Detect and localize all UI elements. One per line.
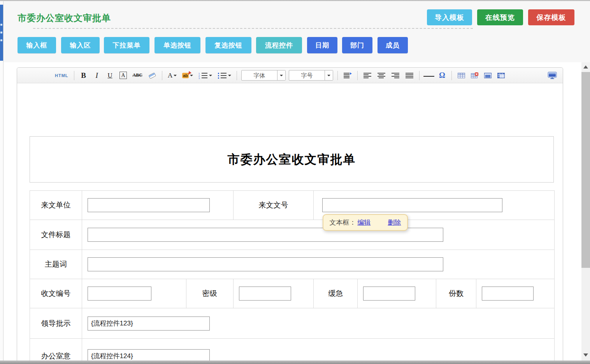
header: 市委办公室收文审批单 导入模板 在线预览 保存模板 输入框 输入区 下拉菜单 单… [3,1,590,62]
caret-down-icon [327,75,330,76]
leader-comments-input[interactable] [88,317,210,331]
align-right-button[interactable] [390,70,401,81]
toolbar-separator [337,71,338,80]
page-title: 市委办公室收文审批单 [18,12,111,24]
table-row: 文件标题 [30,220,555,250]
horizontal-rule-icon: — [423,74,434,77]
html-source-icon: HTML [55,73,68,78]
label-leader-comments: 领导批示 [30,308,82,339]
align-left-button[interactable] [362,70,373,81]
online-preview-button[interactable]: 在线预览 [477,9,523,25]
toolbox-textarea-button[interactable]: 输入区 [61,37,100,53]
horizontal-rule-button[interactable]: — [424,70,434,81]
scrollbar-thumb[interactable] [581,72,590,268]
font-size-arrow-button[interactable] [325,70,333,80]
toolbox-dropdown-button[interactable]: 下拉菜单 [104,37,149,53]
caret-down-icon [174,75,177,76]
label-copies: 份数 [436,279,476,308]
window-bottom-edge [0,360,590,364]
toolbox-date-button[interactable]: 日期 [307,37,337,53]
document-title-block[interactable]: 市委办公室收文审批单 [30,136,554,183]
toolbar-separator [162,71,162,80]
cell-urgency [358,279,436,308]
toolbox-department-button[interactable]: 部门 [342,37,372,53]
toolbar-separator [451,71,452,80]
indent-button[interactable] [342,70,353,81]
table-cell-props-icon [484,72,492,79]
font-family-arrow-button[interactable] [277,70,285,80]
document-number-input[interactable] [322,198,502,212]
insert-table-button[interactable] [456,70,466,81]
editor-canvas[interactable]: 市委办公室收文审批单 来文单位 来文文号 文件标题 [17,83,563,364]
html-source-button[interactable]: HTML [54,70,70,81]
urgency-input[interactable] [363,287,415,301]
ordered-list-button[interactable]: 1 2 3 [197,70,213,81]
align-center-button[interactable] [376,70,387,81]
unordered-list-icon [218,72,227,79]
cell-subject-words [82,250,555,279]
tooltip-label: 文本框： [330,218,356,227]
scroll-up-arrow-icon[interactable] [583,65,588,69]
receipt-number-input[interactable] [88,287,151,301]
tooltip-delete-link[interactable]: 删除 [388,218,401,227]
toolbar-separator [237,71,237,80]
table-row: 收文编号 密级 缓急 份数 [30,279,555,308]
align-justify-button[interactable] [404,70,415,81]
unordered-list-button[interactable] [216,70,232,81]
cell-document-title [82,220,555,250]
vertical-scrollbar[interactable] [581,62,590,360]
char-style-button[interactable]: A [118,70,128,81]
background-window-glyph [0,24,2,26]
indent-icon [343,72,352,79]
special-char-button[interactable]: Ω [437,70,447,81]
save-template-button[interactable]: 保存模板 [528,9,574,25]
highlight-color-button[interactable]: ab [181,70,194,81]
toolbox-member-button[interactable]: 成员 [378,37,408,53]
toolbox-radio-button[interactable]: 单选按钮 [155,37,200,53]
table-props-icon [497,72,505,79]
cell-receipt-number [82,279,186,308]
caret-down-icon [209,75,212,76]
background-window-glyph [0,39,2,41]
scroll-down-arrow-icon[interactable] [583,353,588,357]
tooltip-edit-link[interactable]: 编辑 [358,218,371,227]
font-family-select[interactable]: 字体 [241,70,286,81]
import-template-button[interactable]: 导入模板 [427,9,472,25]
background-window-strip [0,1,4,364]
eraser-icon [148,72,156,79]
underline-icon: U [107,72,112,79]
copies-input[interactable] [482,287,534,301]
underline-button[interactable]: U [105,70,115,81]
align-left-icon [363,72,372,79]
delete-table-button[interactable] [469,70,479,81]
page: 市委办公室收文审批单 导入模板 在线预览 保存模板 输入框 输入区 下拉菜单 单… [0,0,590,364]
table-row: 主题词 [30,250,555,279]
fullscreen-monitor-icon [548,72,557,79]
insert-table-icon [458,72,465,79]
document-title: 市委办公室收文审批单 [228,151,356,168]
table-cell-props-button[interactable] [483,70,493,81]
font-color-button[interactable]: A [167,70,178,81]
caret-down-icon [228,75,231,76]
strikethrough-button[interactable]: ABC [132,70,144,81]
label-subject-words: 主题词 [30,250,82,279]
omega-icon: Ω [439,71,445,80]
italic-button[interactable]: I [92,70,102,81]
bold-button[interactable]: B [79,70,89,81]
label-receipt-number: 收文编号 [30,279,82,308]
toolbox-checkbox-button[interactable]: 复选按钮 [205,37,251,53]
toolbox-input-box-button[interactable]: 输入框 [18,37,56,53]
label-document-title: 文件标题 [30,220,82,250]
toolbox-flow-control-button[interactable]: 流程控件 [256,37,302,53]
font-size-value: 字号 [289,70,325,80]
font-color-icon: A [168,72,172,79]
subject-words-input[interactable] [88,257,443,271]
italic-icon: I [95,71,98,80]
table-props-button[interactable] [496,70,506,81]
remove-format-button[interactable] [147,70,158,81]
incoming-unit-input[interactable] [88,198,210,212]
secrecy-level-input[interactable] [239,287,291,301]
table-row: 来文单位 来文文号 [30,191,555,220]
font-size-select[interactable]: 字号 [289,70,333,81]
fullscreen-button[interactable] [546,70,558,81]
